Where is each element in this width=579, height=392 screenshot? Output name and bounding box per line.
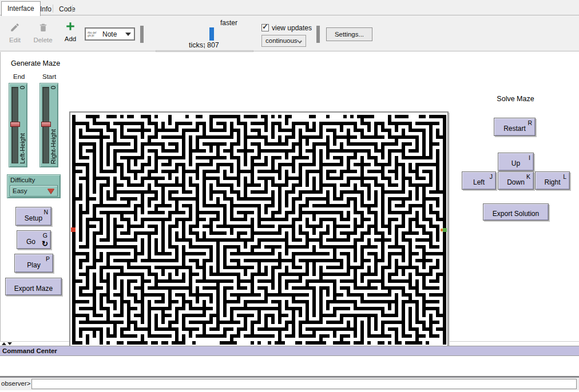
toolbar-separator bbox=[316, 26, 320, 43]
right-height-slider[interactable]: 0 Right-Height bbox=[39, 83, 58, 167]
slider-thumb[interactable] bbox=[10, 122, 20, 127]
plus-icon bbox=[65, 23, 76, 33]
start-label: Start bbox=[42, 73, 56, 80]
edit-button[interactable]: Edit bbox=[5, 22, 25, 43]
add-label: Add bbox=[62, 35, 79, 42]
maze-view-canvas[interactable] bbox=[70, 113, 447, 347]
go-button[interactable]: G Go ↻ bbox=[17, 230, 51, 249]
shortcut-key: K bbox=[526, 173, 530, 180]
up-button[interactable]: I Up bbox=[498, 153, 534, 171]
difficulty-select[interactable]: Easy bbox=[10, 185, 58, 197]
speed-slider-thumb[interactable] bbox=[209, 27, 214, 41]
tab-interface[interactable]: Interface bbox=[1, 1, 41, 16]
export-maze-button[interactable]: Export Maze bbox=[5, 278, 62, 295]
shortcut-key: L bbox=[563, 173, 566, 180]
shortcut-key: I bbox=[529, 154, 530, 161]
command-center-header: Command Center bbox=[0, 346, 579, 356]
slider-name: Left-Height bbox=[19, 133, 26, 164]
widget-type-dropdown[interactable]: Abc def ghi jkl Note bbox=[85, 27, 135, 41]
toolbar: Edit Delete Add Abc def ghi jkl Note bbox=[0, 15, 579, 51]
end-label: End bbox=[13, 73, 25, 80]
delete-label: Delete bbox=[30, 37, 55, 43]
update-mode-select[interactable]: continuous bbox=[261, 35, 306, 47]
slider-thumb[interactable] bbox=[41, 122, 51, 127]
checkmark-icon: ✓ bbox=[262, 22, 268, 31]
settings-button[interactable]: Settings... bbox=[326, 27, 372, 41]
trash-icon bbox=[38, 25, 48, 34]
view-updates-label: view updates bbox=[272, 24, 312, 32]
chevron-down-icon bbox=[297, 38, 302, 43]
shortcut-key: G bbox=[43, 232, 47, 239]
left-button[interactable]: J Left bbox=[462, 171, 496, 190]
slider-value: 0 bbox=[19, 86, 26, 89]
slider-value: 0 bbox=[50, 86, 57, 89]
shortcut-key: N bbox=[43, 209, 48, 215]
tab-separator bbox=[72, 5, 73, 13]
generate-maze-title: Generate Maze bbox=[11, 59, 60, 67]
delete-button[interactable]: Delete bbox=[30, 22, 55, 43]
view-updates-checkbox[interactable]: ✓ bbox=[261, 24, 269, 31]
text-widget-icon: Abc def ghi jkl bbox=[88, 31, 101, 37]
down-button[interactable]: K Down bbox=[498, 171, 534, 190]
tab-bar: Interface Info Code bbox=[0, 0, 579, 15]
edit-label: Edit bbox=[5, 37, 25, 43]
dropdown-arrow-icon bbox=[125, 33, 131, 36]
faster-label: faster bbox=[220, 19, 237, 27]
pencil-icon bbox=[10, 25, 20, 34]
world-view[interactable] bbox=[69, 111, 449, 348]
difficulty-value: Easy bbox=[13, 187, 27, 194]
difficulty-chooser: Difficulty Easy bbox=[7, 174, 61, 198]
netlogo-window: Interface Info Code Edit Delete Add bbox=[0, 0, 579, 392]
play-button[interactable]: P Play bbox=[14, 254, 53, 273]
tab-code[interactable]: Code bbox=[53, 3, 81, 15]
solve-maze-title: Solve Maze bbox=[487, 95, 544, 103]
chooser-arrow-icon bbox=[47, 189, 54, 194]
forever-icon: ↻ bbox=[42, 241, 48, 247]
interface-canvas: Generate Maze End Start 0 Left-Height 0 … bbox=[0, 52, 579, 342]
command-input[interactable] bbox=[31, 379, 577, 389]
shortcut-key: R bbox=[528, 119, 532, 126]
arrow-down-icon bbox=[7, 342, 12, 345]
command-prompt-row: observer> bbox=[0, 378, 579, 390]
restart-button[interactable]: R Restart bbox=[494, 118, 536, 136]
update-mode-value: continuous bbox=[265, 37, 298, 44]
observer-prompt-label: observer> bbox=[1, 380, 30, 387]
widget-type-value: Note bbox=[102, 30, 125, 38]
command-center-output bbox=[0, 357, 579, 376]
left-height-slider[interactable]: 0 Left-Height bbox=[9, 83, 27, 167]
add-widget-button[interactable]: Add bbox=[62, 21, 79, 42]
export-solution-button[interactable]: Export Solution bbox=[483, 203, 549, 221]
right-button[interactable]: L Right bbox=[535, 171, 570, 190]
setup-button[interactable]: N Setup bbox=[15, 207, 51, 226]
toolbar-separator bbox=[140, 26, 144, 43]
ticks-counter: ticks: 807 bbox=[189, 41, 219, 49]
shortcut-key: J bbox=[490, 173, 493, 180]
arrow-up-icon bbox=[2, 342, 6, 345]
shortcut-key: P bbox=[46, 255, 50, 262]
difficulty-label: Difficulty bbox=[10, 177, 35, 183]
slider-name: Right-Height bbox=[50, 129, 57, 164]
